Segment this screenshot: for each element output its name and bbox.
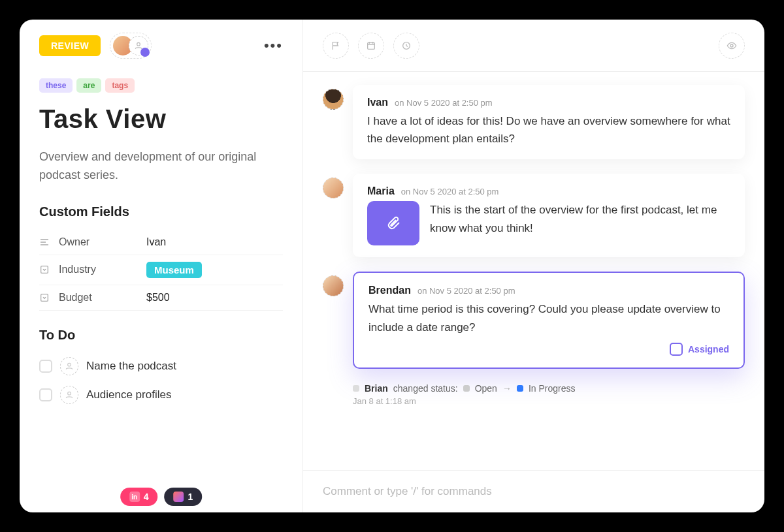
tag[interactable]: are xyxy=(76,78,101,93)
custom-field-row-industry[interactable]: Industry Museum xyxy=(39,255,283,285)
comment-bubble-active[interactable]: Brendan on Nov 5 2020 at 2:50 pm What ti… xyxy=(353,272,745,368)
user-icon xyxy=(65,390,74,399)
comment-timestamp: on Nov 5 2020 at 2:50 pm xyxy=(395,98,493,108)
text-field-icon xyxy=(39,237,50,247)
comment: Ivan on Nov 5 2020 at 2:50 pm I have a l… xyxy=(323,85,745,159)
todo-text: Name the podcast xyxy=(86,360,176,373)
todo-item[interactable]: Name the podcast xyxy=(39,352,283,381)
svg-point-0 xyxy=(137,42,140,46)
checkbox[interactable] xyxy=(39,360,52,373)
comment-body: I have a lot of ideas for this! Do we ha… xyxy=(367,112,730,148)
custom-field-label: Owner xyxy=(59,236,137,248)
assignee-slot[interactable] xyxy=(60,386,78,404)
activity-from-status: Open xyxy=(475,383,497,394)
activity-to-status: In Progress xyxy=(529,383,576,394)
custom-field-value[interactable]: Museum xyxy=(146,262,202,278)
activity-panel: Ivan on Nov 5 2020 at 2:50 pm I have a l… xyxy=(303,20,764,512)
add-assignee-button[interactable] xyxy=(129,36,148,55)
comment-body: What time period is this covering? Could… xyxy=(368,300,729,336)
status-pill[interactable]: REVIEW xyxy=(39,35,101,56)
calendar-icon xyxy=(366,40,376,51)
attachment-thumbnail[interactable] xyxy=(367,201,419,245)
dropdown-field-icon xyxy=(39,292,50,303)
dropdown-field-icon xyxy=(39,264,50,275)
comment-avatar[interactable] xyxy=(323,275,344,296)
priority-button[interactable] xyxy=(323,33,349,59)
custom-field-row-budget[interactable]: Budget $500 xyxy=(39,285,283,311)
task-sidebar: REVIEW ••• these are tags Task View Over… xyxy=(20,20,303,512)
activity-author: Brian xyxy=(365,383,388,394)
activity-item: Brian changed status: Open → In Progress… xyxy=(323,383,745,406)
status-dot-progress-icon xyxy=(517,385,523,392)
comment-author: Maria xyxy=(367,185,395,197)
svg-rect-5 xyxy=(368,42,375,49)
comment-input[interactable] xyxy=(323,485,745,498)
comment-body: This is the start of the overview for th… xyxy=(430,201,730,236)
tag[interactable]: these xyxy=(39,78,73,93)
activity-dot-icon xyxy=(353,385,359,392)
task-description[interactable]: Overview and development of our original… xyxy=(39,148,283,185)
time-tracking-button[interactable] xyxy=(393,33,419,59)
custom-fields-heading: Custom Fields xyxy=(39,204,283,219)
eye-icon xyxy=(727,40,737,51)
paperclip-icon xyxy=(385,215,401,231)
activity-header xyxy=(303,20,764,72)
tag-list: these are tags xyxy=(39,78,283,93)
flag-icon xyxy=(331,40,341,51)
comment-composer[interactable] xyxy=(303,470,764,512)
svg-point-3 xyxy=(68,363,71,366)
more-menu-button[interactable]: ••• xyxy=(264,37,283,54)
assigned-label: Assigned xyxy=(688,344,729,354)
invision-icon: in xyxy=(129,492,140,502)
activity-action: changed status: xyxy=(393,383,458,394)
comment-author: Brendan xyxy=(368,285,411,296)
custom-field-value[interactable]: $500 xyxy=(146,292,170,304)
assigned-comment-row[interactable]: Assigned xyxy=(368,343,729,356)
integration-chip-invision[interactable]: in 4 xyxy=(120,488,158,506)
svg-point-7 xyxy=(730,44,733,47)
chip-count: 1 xyxy=(188,492,193,502)
integration-chips: in 4 1 xyxy=(120,488,203,506)
custom-field-label: Budget xyxy=(59,292,137,304)
comment: Brendan on Nov 5 2020 at 2:50 pm What ti… xyxy=(323,272,745,368)
comment-bubble[interactable]: Ivan on Nov 5 2020 at 2:50 pm I have a l… xyxy=(353,85,745,159)
comment-bubble[interactable]: Maria on Nov 5 2020 at 2:50 pm This is t… xyxy=(353,174,745,257)
integration-chip-figma[interactable]: 1 xyxy=(165,488,203,506)
watch-button[interactable] xyxy=(719,33,745,59)
figma-icon xyxy=(174,492,184,502)
assignee-group[interactable] xyxy=(110,33,152,59)
comment-timestamp: on Nov 5 2020 at 2:50 pm xyxy=(401,187,499,196)
svg-rect-2 xyxy=(41,294,48,301)
assignee-slot[interactable] xyxy=(60,357,78,375)
custom-field-value[interactable]: Ivan xyxy=(146,236,166,248)
status-dot-open-icon xyxy=(463,385,470,392)
tag[interactable]: tags xyxy=(105,78,135,93)
custom-field-label: Industry xyxy=(59,264,137,275)
task-header: REVIEW ••• xyxy=(20,20,302,72)
due-date-button[interactable] xyxy=(358,33,384,59)
user-icon xyxy=(65,362,74,371)
todo-text: Audience profiles xyxy=(86,388,171,401)
task-title[interactable]: Task View xyxy=(39,104,283,134)
custom-field-row-owner[interactable]: Owner Ivan xyxy=(39,230,283,255)
assigned-checkbox[interactable] xyxy=(670,343,683,356)
comment-avatar[interactable] xyxy=(323,89,344,110)
checkbox[interactable] xyxy=(39,388,52,401)
task-body: these are tags Task View Overview and de… xyxy=(20,72,302,422)
comment-timestamp: on Nov 5 2020 at 2:50 pm xyxy=(417,286,515,296)
clock-icon xyxy=(401,40,412,51)
activity-timestamp: Jan 8 at 1:18 am xyxy=(353,396,745,406)
todo-heading: To Do xyxy=(39,328,283,343)
todo-item[interactable]: Audience profiles xyxy=(39,381,283,409)
chip-count: 4 xyxy=(144,492,149,502)
arrow-right-icon: → xyxy=(502,383,512,394)
svg-point-4 xyxy=(68,392,71,395)
svg-rect-1 xyxy=(41,266,48,274)
task-detail-window: REVIEW ••• these are tags Task View Over… xyxy=(20,20,764,512)
comment-list[interactable]: Ivan on Nov 5 2020 at 2:50 pm I have a l… xyxy=(303,72,764,470)
user-icon xyxy=(134,41,143,50)
comment: Maria on Nov 5 2020 at 2:50 pm This is t… xyxy=(323,174,745,257)
comment-author: Ivan xyxy=(367,97,388,108)
comment-avatar[interactable] xyxy=(323,178,344,198)
